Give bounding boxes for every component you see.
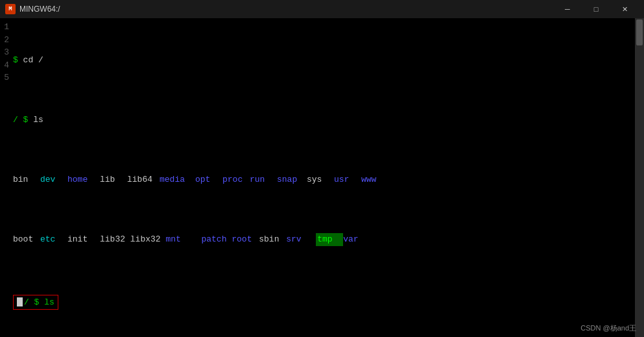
ls-boot: boot (13, 233, 40, 246)
ls-sys: sys (307, 173, 334, 186)
ls-home: home (67, 173, 100, 186)
app-icon: M (5, 4, 16, 14)
close-button[interactable]: ✕ (610, 0, 639, 18)
ls-init: init (67, 233, 100, 246)
scrollbar-thumb[interactable] (636, 19, 643, 45)
ls-lib: lib (100, 173, 127, 186)
current-prompt-line[interactable]: / $ ls (13, 295, 635, 310)
titlebar-left: M MINGW64:/ (5, 4, 60, 14)
ls-tmp: tmp (316, 233, 343, 246)
watermark: CSDN @杨and王 (580, 323, 636, 333)
ls-sbin: sbin (259, 233, 286, 246)
maximize-button[interactable]: □ (582, 0, 610, 18)
window-title: MINGW64:/ (19, 5, 60, 14)
ls-var: var (343, 233, 370, 246)
window-controls: ─ □ ✕ (553, 0, 639, 18)
path-indicator: / (13, 114, 23, 127)
ls-root: root (232, 233, 259, 246)
prompt-symbol-2: $ (23, 114, 34, 127)
ls-libx32: libx32 (130, 233, 166, 246)
ls-dev: dev (40, 173, 67, 186)
ls-www: www (361, 173, 388, 186)
titlebar: M MINGW64:/ ─ □ ✕ (0, 0, 644, 18)
ls-srv: srv (286, 233, 316, 246)
ls-row-1: bin dev home lib lib64 media opt proc ru… (13, 173, 635, 186)
ls-mnt: mnt (165, 233, 201, 246)
ls-etc: etc (40, 233, 67, 246)
ls-snap: snap (277, 173, 307, 186)
ls-proc: proc (222, 173, 250, 186)
ls-lib32: lib32 (100, 233, 130, 246)
terminal-output[interactable]: $ cd / / $ ls bin dev home lib lib64 med… (13, 18, 635, 337)
prompt-box: / $ ls (13, 295, 58, 310)
terminal-body[interactable]: 1 2 3 4 5 $ cd / / $ ls bin dev (0, 18, 644, 337)
command-text-2: ls (33, 114, 43, 127)
current-prompt-text: / $ ls (24, 296, 54, 309)
ls-opt: opt (195, 173, 222, 186)
scrollbar[interactable] (635, 18, 644, 337)
line-numbers: 1 2 3 4 5 (0, 18, 13, 337)
ls-lib64: lib64 (127, 173, 160, 186)
prompt-symbol-1: $ (13, 54, 23, 67)
terminal-window: M MINGW64:/ ─ □ ✕ 1 2 3 4 5 $ cd / (0, 0, 644, 337)
ls-row-2: boot etc init lib32 libx32 mnt patch roo… (13, 233, 635, 246)
command-text-1: cd / (23, 54, 43, 67)
ls-media: media (160, 173, 195, 186)
ls-usr: usr (334, 173, 361, 186)
ls-bin: bin (13, 173, 40, 186)
cursor (17, 297, 23, 306)
command-line-2: / $ ls (13, 114, 635, 127)
ls-run: run (250, 173, 277, 186)
minimize-button[interactable]: ─ (553, 0, 582, 18)
command-line-1: $ cd / (13, 54, 635, 67)
ls-patch: patch (201, 233, 232, 246)
